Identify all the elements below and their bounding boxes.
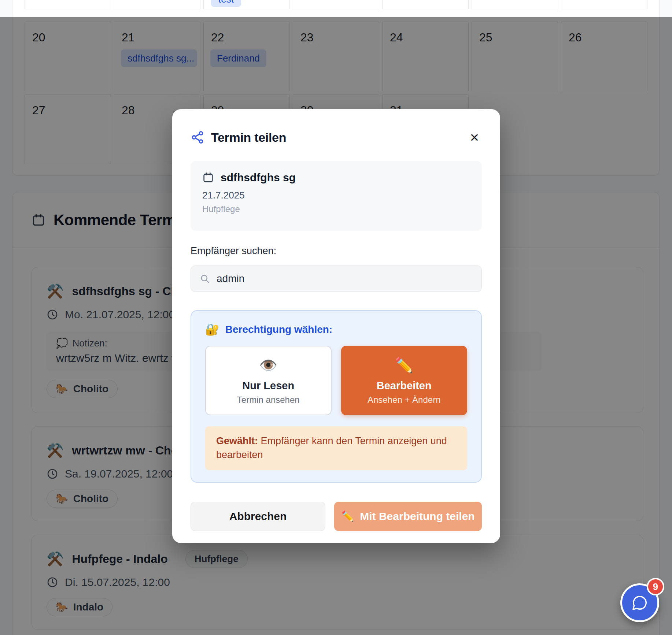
recipient-search-label: Empfänger suchen:	[191, 245, 482, 257]
event-name: sdfhsdfghs sg	[221, 171, 296, 184]
permission-heading: Berechtigung wählen:	[225, 324, 332, 335]
permission-panel: 🔐 Berechtigung wählen: 👁️ Nur Lesen Term…	[191, 310, 482, 483]
calendar-event-chip[interactable]: test	[211, 0, 241, 7]
calendar-cell[interactable]	[382, 0, 469, 9]
selection-notice: Gewählt: Empfänger kann den Termin anzei…	[205, 426, 467, 470]
read-only-option[interactable]: 👁️ Nur Lesen Termin ansehen	[205, 346, 332, 415]
search-input[interactable]	[217, 273, 436, 285]
calendar-cell[interactable]	[25, 0, 111, 9]
eye-icon: 👁️	[210, 356, 326, 374]
edit-option-selected[interactable]: ✏️ Bearbeiten Ansehen + Ändern	[341, 346, 468, 415]
calendar-icon	[202, 172, 214, 183]
search-icon	[200, 274, 210, 284]
pencil-icon: ✏️	[346, 356, 462, 374]
calendar-cell[interactable]	[561, 0, 647, 9]
event-date: 21.7.2025	[202, 190, 470, 201]
close-icon[interactable]: ✕	[466, 129, 483, 146]
share-with-edit-button[interactable]: ✏️ Mit Bearbeitung teilen	[334, 502, 482, 531]
share-icon	[191, 130, 204, 144]
lock-icon: 🔐	[205, 323, 219, 336]
share-appointment-modal: Termin teilen ✕ sdfhsdfghs sg 21.7.2025 …	[172, 109, 500, 543]
calendar-cell[interactable]	[114, 0, 200, 9]
chat-bubble-icon	[631, 594, 648, 611]
calendar-cell[interactable]: test	[203, 0, 290, 9]
calendar-cell[interactable]	[472, 0, 558, 9]
cancel-button[interactable]: Abbrechen	[191, 502, 325, 531]
event-summary-box: sdfhsdfghs sg 21.7.2025 Hufpflege	[191, 161, 482, 231]
recipient-search-field[interactable]	[191, 265, 482, 292]
event-category: Hufpflege	[202, 204, 470, 214]
calendar-cell[interactable]	[293, 0, 379, 9]
notification-badge: 9	[647, 578, 664, 595]
modal-header: Termin teilen	[191, 127, 482, 148]
pencil-icon: ✏️	[341, 510, 354, 522]
modal-title: Termin teilen	[211, 130, 286, 145]
